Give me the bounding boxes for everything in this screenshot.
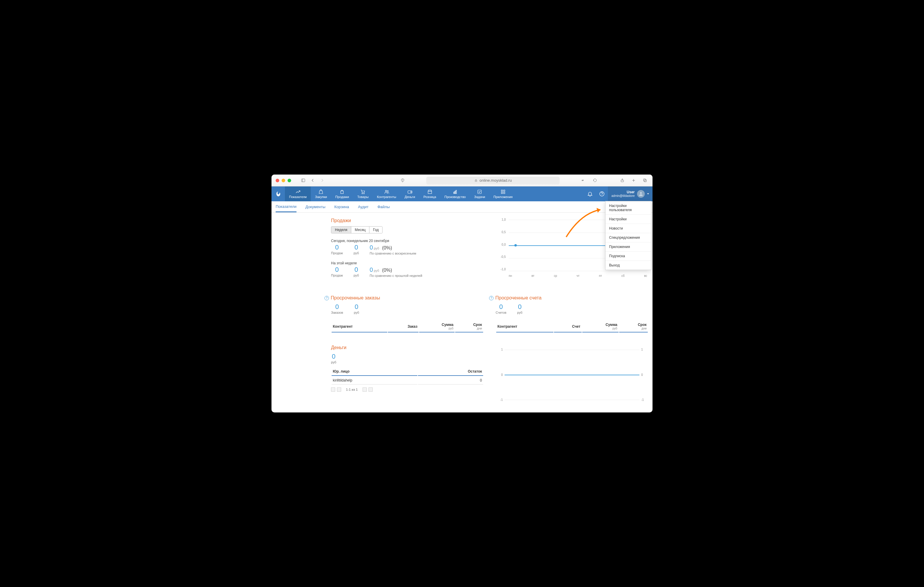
svg-text:⇄: ⇄ (582, 179, 584, 182)
window-controls (276, 179, 291, 182)
svg-rect-9 (341, 191, 343, 194)
svg-rect-22 (503, 190, 505, 191)
user-dropdown: Настройки пользователя Настройки Новости… (605, 201, 651, 270)
subnav-indicators[interactable]: Показатели (276, 201, 297, 212)
dropdown-subscription[interactable]: Подписка (606, 252, 651, 261)
svg-rect-2 (475, 180, 477, 181)
nav-label: Показатели (289, 195, 307, 199)
user-name: User (611, 190, 635, 194)
overdue-orders-table: Контрагент Заказ Суммаруб Срокдни (331, 320, 484, 333)
notifications-icon[interactable] (584, 186, 596, 201)
tabs-icon[interactable] (641, 177, 648, 184)
reload-icon[interactable] (591, 177, 598, 184)
svg-rect-20 (478, 190, 481, 194)
subnav-documents[interactable]: Документы (305, 201, 325, 212)
top-navigation: Показатели Закупки Продажи Товары Контра… (272, 186, 652, 201)
svg-point-26 (640, 192, 642, 194)
svg-rect-14 (408, 191, 412, 193)
chart-data-point (515, 244, 517, 247)
nav-label: Деньги (404, 195, 415, 199)
pager: 1-1 из 1 (331, 388, 484, 391)
dropdown-apps[interactable]: Приложения (606, 242, 651, 252)
nav-production[interactable]: Производство (440, 186, 470, 201)
help-badge-icon[interactable]: ? (489, 296, 493, 300)
app-logo[interactable] (272, 186, 285, 201)
overdue-invoices-title: ?Просроченные счета (496, 295, 648, 301)
svg-rect-16 (428, 191, 432, 194)
sidebar-toggle-icon[interactable] (299, 177, 307, 184)
pager-text: 1-1 из 1 (343, 388, 361, 391)
back-icon[interactable] (309, 177, 316, 184)
pager-last-icon[interactable] (368, 388, 373, 391)
svg-point-12 (385, 190, 387, 192)
week-rub: 0 (354, 266, 359, 273)
url-text: online.moysklad.ru (480, 178, 512, 183)
svg-rect-18 (455, 191, 455, 194)
dropdown-news[interactable]: Новости (606, 224, 651, 233)
privacy-shield-icon[interactable] (399, 177, 406, 184)
week-label: На этой неделе (331, 261, 484, 265)
close-window-icon[interactable] (276, 179, 279, 182)
nav-retail[interactable]: Розница (419, 186, 440, 201)
money-chart: 1 0 -1 1 0 -1 (496, 348, 648, 401)
nav-label: Закупки (315, 195, 327, 199)
dropdown-offers[interactable]: Спецпредложения (606, 233, 651, 242)
nav-sales[interactable]: Продажи (331, 186, 353, 201)
avatar-icon (637, 190, 645, 198)
pager-next-icon[interactable] (363, 388, 367, 391)
dropdown-user-settings[interactable]: Настройки пользователя (606, 201, 651, 215)
today-sales-count: 0 (331, 244, 343, 251)
browser-titlebar: online.moysklad.ru ⇄ (272, 174, 652, 186)
share-icon[interactable] (619, 177, 626, 184)
tab-week[interactable]: Неделя (331, 227, 351, 233)
week-amount: 0 (370, 266, 373, 273)
help-icon[interactable] (596, 186, 608, 201)
svg-rect-17 (454, 192, 454, 194)
tab-month[interactable]: Месяц (351, 227, 370, 233)
svg-rect-15 (411, 191, 412, 192)
minimize-window-icon[interactable] (282, 179, 285, 182)
dropdown-logout[interactable]: Выход (606, 261, 651, 270)
nav-indicators[interactable]: Показатели (285, 186, 311, 201)
new-tab-icon[interactable] (630, 177, 637, 184)
overdue-invoices-section: ?Просроченные счета 0Счетов 0руб Контраг… (496, 295, 648, 333)
chevron-down-icon (647, 193, 649, 194)
nav-label: Продажи (335, 195, 349, 199)
svg-rect-19 (456, 190, 456, 194)
pager-first-icon[interactable] (331, 388, 335, 391)
subnav-files[interactable]: Файлы (378, 201, 389, 212)
money-section: Деньги 0руб Юр. лицо Остаток kirilltilda… (331, 345, 484, 401)
svg-rect-0 (301, 179, 305, 182)
address-bar[interactable]: online.moysklad.ru (426, 177, 559, 184)
period-tabs: Неделя Месяц Год (331, 226, 383, 233)
money-table: Юр. лицо Остаток kirilltildahelp 0 (331, 367, 484, 385)
subnav-audit[interactable]: Аудит (358, 201, 368, 212)
user-menu-trigger[interactable]: User admin@tildastore (608, 186, 652, 201)
svg-point-10 (362, 193, 363, 194)
nav-counterparties[interactable]: Контрагенты (373, 186, 400, 201)
nav-apps[interactable]: Приложения (489, 186, 517, 201)
overdue-orders-section: ?Просроченные заказы 0Заказов 0руб Контр… (331, 295, 484, 333)
nav-tasks[interactable]: Задачи (470, 186, 489, 201)
subnav-trash[interactable]: Корзина (334, 201, 349, 212)
nav-label: Производство (444, 195, 466, 199)
svg-rect-7 (643, 179, 646, 181)
svg-rect-24 (503, 192, 505, 194)
nav-purchases[interactable]: Закупки (311, 186, 331, 201)
today-label: Сегодня, понедельник 20 сентября (331, 239, 484, 243)
nav-money[interactable]: Деньги (400, 186, 419, 201)
help-badge-icon[interactable]: ? (325, 296, 329, 300)
tab-year[interactable]: Год (370, 227, 382, 233)
translate-icon[interactable]: ⇄ (580, 177, 587, 184)
pager-prev-icon[interactable] (337, 388, 341, 391)
nav-label: Приложения (493, 195, 513, 199)
table-row[interactable]: kirilltildahelp 0 (332, 377, 483, 385)
money-chart-line (505, 375, 639, 375)
today-amount: 0 (370, 244, 373, 251)
nav-goods[interactable]: Товары (353, 186, 373, 201)
maximize-window-icon[interactable] (287, 179, 291, 182)
overdue-orders-title: ?Просроченные заказы (331, 295, 484, 301)
dropdown-settings[interactable]: Настройки (606, 215, 651, 224)
svg-point-11 (364, 193, 365, 194)
forward-icon[interactable] (318, 177, 326, 184)
